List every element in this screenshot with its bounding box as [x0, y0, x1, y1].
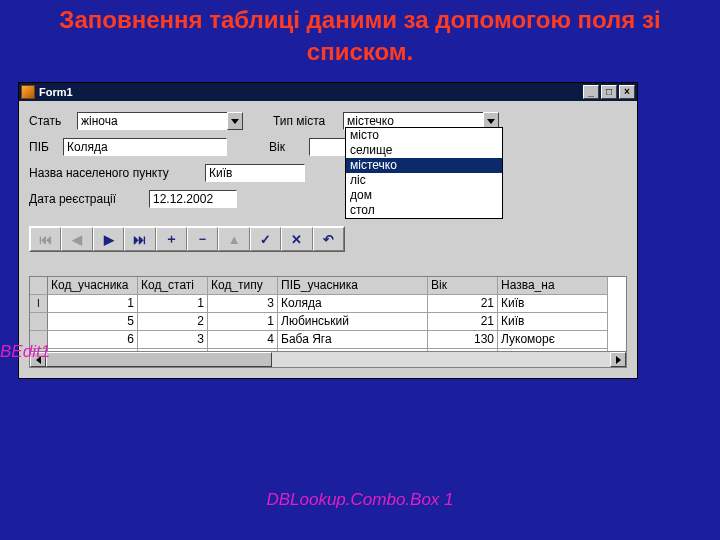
nav-insert-icon[interactable]: ＋	[156, 227, 187, 251]
label-pib: ПІБ	[29, 140, 63, 154]
city-type-dropdown[interactable]: місто селище містечко ліс дом стол	[345, 127, 503, 219]
maximize-button[interactable]: □	[601, 85, 617, 99]
annotation-dblookupcombo: DBLookup.Combo.Box 1	[0, 490, 720, 510]
pib-input[interactable]: Коляда	[63, 138, 227, 156]
label-age: Вік	[269, 140, 309, 154]
chevron-down-icon[interactable]	[227, 112, 243, 130]
table-row[interactable]: I 1 1 3 Коляда 21 Київ	[30, 295, 626, 313]
db-navigator: ⏮ ◀ ▶ ⏭ ＋ － ▲ ✓ ✕ ↶	[29, 226, 345, 252]
grid-horizontal-scrollbar[interactable]	[30, 351, 626, 367]
label-reg-date: Дата реєстрації	[29, 192, 149, 206]
gender-value[interactable]: жіноча	[77, 112, 227, 130]
nav-last-icon[interactable]: ⏭	[124, 227, 155, 251]
col-header[interactable]: Назва_на	[498, 277, 608, 295]
dropdown-option[interactable]: ліс	[346, 173, 502, 188]
nav-edit-icon[interactable]: ▲	[218, 227, 249, 251]
settlement-input[interactable]: Київ	[205, 164, 305, 182]
titlebar[interactable]: Form1 _ □ ×	[19, 83, 637, 101]
row-marker	[30, 313, 48, 331]
table-row[interactable]: 6 3 4 Баба Яга 130 Лукоморє	[30, 331, 626, 349]
dropdown-option[interactable]: місто	[346, 128, 502, 143]
scroll-track[interactable]	[46, 352, 610, 367]
col-header[interactable]: Код_типу	[208, 277, 278, 295]
app-icon	[21, 85, 35, 99]
annotation-dbedit: BEdit1	[0, 342, 50, 362]
nav-delete-icon[interactable]: －	[187, 227, 218, 251]
nav-cancel-icon[interactable]: ✕	[281, 227, 312, 251]
data-grid[interactable]: Код_учасника Код_статі Код_типу ПІБ_учас…	[29, 276, 627, 368]
col-header[interactable]: ПІБ_учасника	[278, 277, 428, 295]
nav-first-icon[interactable]: ⏮	[30, 227, 61, 251]
gender-combo[interactable]: жіноча	[77, 112, 243, 130]
label-settlement: Назва населеного пункту	[29, 166, 205, 180]
col-header[interactable]: Код_учасника	[48, 277, 138, 295]
dropdown-option-selected[interactable]: містечко	[346, 158, 502, 173]
nav-refresh-icon[interactable]: ↶	[313, 227, 344, 251]
grid-header: Код_учасника Код_статі Код_типу ПІБ_учас…	[30, 277, 626, 295]
nav-next-icon[interactable]: ▶	[93, 227, 124, 251]
nav-prev-icon[interactable]: ◀	[61, 227, 92, 251]
minimize-button[interactable]: _	[583, 85, 599, 99]
window-title: Form1	[39, 86, 73, 98]
reg-date-input[interactable]: 12.12.2002	[149, 190, 237, 208]
dropdown-option[interactable]: дом	[346, 188, 502, 203]
slide-title: Заповнення таблиці даними за допомогою п…	[0, 0, 720, 69]
table-row[interactable]: 5 2 1 Любинський 21 Київ	[30, 313, 626, 331]
form-body: Стать жіноча Тип міста містечко ПІБ Коля…	[19, 101, 637, 378]
col-header[interactable]: Код_статі	[138, 277, 208, 295]
label-gender: Стать	[29, 114, 77, 128]
label-city-type: Тип міста	[273, 114, 343, 128]
scroll-thumb[interactable]	[46, 352, 272, 367]
scroll-right-icon[interactable]	[610, 352, 626, 367]
nav-post-icon[interactable]: ✓	[250, 227, 281, 251]
col-header[interactable]: Вік	[428, 277, 498, 295]
app-window: Form1 _ □ × Стать жіноча Тип міста місте…	[18, 82, 638, 379]
close-button[interactable]: ×	[619, 85, 635, 99]
dropdown-option[interactable]: стол	[346, 203, 502, 218]
row-marker: I	[30, 295, 48, 313]
dropdown-option[interactable]: селище	[346, 143, 502, 158]
